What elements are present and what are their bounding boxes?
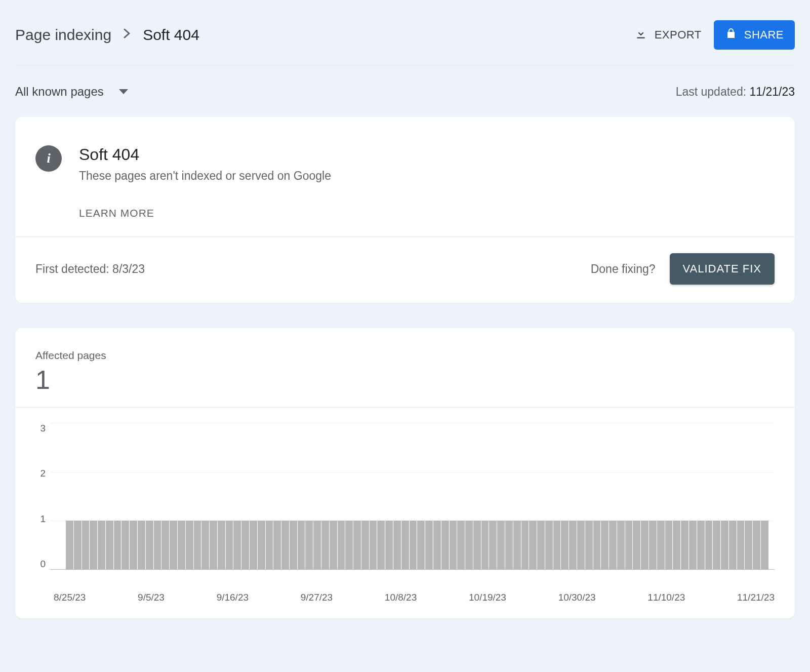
- chart-bar: [489, 521, 497, 569]
- y-tick: 3: [40, 423, 46, 434]
- first-detected: First detected: 8/3/23: [35, 262, 145, 276]
- chart-bar: [361, 521, 369, 569]
- chart-bar: [370, 521, 377, 569]
- chart-x-axis: 8/25/239/5/239/16/239/27/2310/8/2310/19/…: [35, 585, 775, 603]
- chart-bar: [609, 521, 617, 569]
- chart-bar: [250, 521, 257, 569]
- learn-more-button[interactable]: LEARN MORE: [79, 207, 154, 219]
- chart-bar: [729, 521, 737, 569]
- info-icon: i: [35, 145, 62, 172]
- chart-bar: [745, 521, 752, 569]
- done-fixing-label: Done fixing?: [591, 262, 656, 276]
- chart-bar: [633, 521, 640, 569]
- chart-bar: [138, 521, 145, 569]
- x-tick: 9/16/23: [217, 592, 249, 603]
- chart-bar: [401, 521, 409, 569]
- chart-bar: [465, 521, 473, 569]
- y-tick: 1: [40, 513, 46, 525]
- chart-bar: [617, 521, 625, 569]
- chart-bar: [241, 521, 249, 569]
- validate-fix-button[interactable]: VALIDATE FIX: [670, 253, 775, 285]
- chart-bar: [377, 521, 385, 569]
- share-button[interactable]: SHARE: [714, 20, 795, 50]
- chart-bar: [537, 521, 545, 569]
- chart-bar: [321, 521, 329, 569]
- chart-bar: [106, 521, 113, 569]
- chart-card: Affected pages 1 3210 8/25/239/5/239/16/…: [15, 328, 795, 618]
- chart-bar: [298, 521, 305, 569]
- last-updated-label: Last updated:: [676, 85, 750, 98]
- chart-bar: [665, 521, 673, 569]
- x-tick: 9/5/23: [138, 592, 165, 603]
- chart-bar: [345, 521, 353, 569]
- x-tick: 11/21/23: [737, 592, 775, 603]
- last-updated: Last updated: 11/21/23: [676, 85, 795, 99]
- download-icon: [634, 27, 647, 43]
- chart-y-axis: 3210: [35, 423, 51, 570]
- chart-bar: [154, 521, 161, 569]
- last-updated-date: 11/21/23: [749, 85, 795, 98]
- chart-bar: [450, 521, 457, 569]
- chart-bar: [410, 521, 417, 569]
- chart-bar: [521, 521, 529, 569]
- chart-bar: [425, 521, 433, 569]
- filter-selected-label: All known pages: [15, 85, 104, 99]
- chart-bar: [433, 521, 441, 569]
- chart-bars: [66, 521, 768, 569]
- x-tick: 10/30/23: [558, 592, 596, 603]
- x-tick: 10/19/23: [469, 592, 506, 603]
- chart-bar: [210, 521, 217, 569]
- chart-bar: [281, 521, 289, 569]
- export-label: EXPORT: [655, 28, 702, 42]
- chart-bar: [713, 521, 720, 569]
- chart-bar: [353, 521, 361, 569]
- chart-bar: [385, 521, 393, 569]
- chart-bar: [66, 521, 73, 569]
- chart-bar: [441, 521, 449, 569]
- chart-bar: [161, 521, 169, 569]
- chart-bar: [481, 521, 489, 569]
- chart-bar: [601, 521, 609, 569]
- issue-description: These pages aren't indexed or served on …: [79, 169, 331, 183]
- chart-bar: [313, 521, 321, 569]
- chart-bar: [673, 521, 680, 569]
- share-label: SHARE: [744, 28, 784, 42]
- breadcrumb-parent[interactable]: Page indexing: [15, 26, 111, 44]
- chart-bar: [529, 521, 537, 569]
- chart-bar: [74, 521, 82, 569]
- chart-plot: [51, 423, 775, 570]
- x-tick: 9/27/23: [301, 592, 333, 603]
- chart-bar: [122, 521, 129, 569]
- chart-bar: [90, 521, 97, 569]
- chart-bar: [266, 521, 273, 569]
- y-tick: 2: [40, 468, 46, 479]
- affected-pages-label: Affected pages: [35, 349, 775, 362]
- chart-bar: [233, 521, 241, 569]
- chart-bar: [681, 521, 688, 569]
- caret-down-icon: [119, 89, 128, 94]
- chart-bar: [338, 521, 345, 569]
- chart-bar: [753, 521, 760, 569]
- export-button[interactable]: EXPORT: [632, 23, 704, 47]
- chart-bar: [98, 521, 105, 569]
- x-tick: 10/8/23: [385, 592, 417, 603]
- chart-bar: [457, 521, 465, 569]
- chart-bar: [130, 521, 137, 569]
- chart-bar: [505, 521, 513, 569]
- chart-bar: [737, 521, 745, 569]
- chart-bar: [82, 521, 90, 569]
- chart-bar: [201, 521, 209, 569]
- page-filter-dropdown[interactable]: All known pages: [15, 85, 128, 99]
- chart-bar: [330, 521, 337, 569]
- breadcrumb-current: Soft 404: [143, 26, 199, 44]
- chart-bar: [417, 521, 425, 569]
- chart-bar: [178, 521, 185, 569]
- chart-bar: [657, 521, 665, 569]
- breadcrumb: Page indexing Soft 404: [15, 26, 199, 44]
- lock-icon: [725, 27, 737, 43]
- chart-bar: [641, 521, 649, 569]
- chart-bar: [170, 521, 177, 569]
- affected-pages-value: 1: [35, 365, 775, 395]
- issue-title: Soft 404: [79, 145, 331, 164]
- chart-bar: [721, 521, 728, 569]
